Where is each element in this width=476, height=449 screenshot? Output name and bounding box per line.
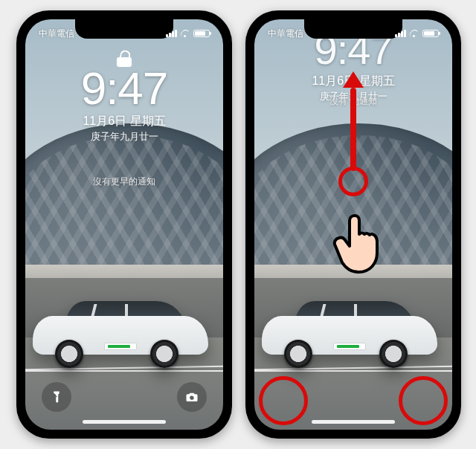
carrier-label: 中華電信 xyxy=(268,28,303,40)
wifi-icon xyxy=(180,30,190,37)
time-label: 9:47 xyxy=(25,64,223,112)
status-bar: 中華電信 xyxy=(25,25,223,42)
status-bar: 中華電信 xyxy=(254,25,452,42)
annotation-circle-missing-camera xyxy=(399,376,448,425)
battery-icon xyxy=(422,30,439,37)
flashlight-icon xyxy=(50,390,63,404)
battery-icon xyxy=(193,30,210,37)
date-label: 11月6日 星期五 xyxy=(25,114,223,129)
wallpaper-dome xyxy=(25,123,223,280)
home-indicator[interactable] xyxy=(312,420,395,424)
camera-button[interactable] xyxy=(177,382,207,412)
annotation-circle-missing-flashlight xyxy=(259,376,308,425)
cell-signal-icon xyxy=(395,30,406,37)
no-older-notifications-label: 沒有更早的通知 xyxy=(25,175,223,188)
wallpaper-pavement xyxy=(25,265,223,278)
home-indicator[interactable] xyxy=(83,420,166,424)
lock-screen[interactable]: 中華電信 9:47 11月6日 星期五 庚子年九月廿一 沒有更早的通知 xyxy=(25,19,223,430)
cell-signal-icon xyxy=(166,30,177,37)
flashlight-button[interactable] xyxy=(42,382,71,412)
camera-icon xyxy=(185,390,199,404)
alt-calendar-label: 庚子年九月廿一 xyxy=(25,130,223,143)
phone-mock-left: 中華電信 9:47 11月6日 星期五 庚子年九月廿一 沒有更早的通知 xyxy=(16,10,232,439)
carrier-label: 中華電信 xyxy=(39,28,74,40)
no-older-notifications-label: 沒有 的通知 xyxy=(254,95,452,108)
wallpaper-dome xyxy=(254,123,452,280)
phone-mock-right: 中華電信 9:47 11月6日 星期五 庚子年九月廿一 沒有 的通知 xyxy=(245,10,461,439)
lock-clock: 9:47 11月6日 星期五 庚子年九月廿一 xyxy=(25,64,223,143)
wallpaper-car xyxy=(262,283,437,371)
wifi-icon xyxy=(409,30,419,37)
lock-screen-swiping[interactable]: 中華電信 9:47 11月6日 星期五 庚子年九月廿一 沒有 的通知 xyxy=(254,19,452,430)
lock-open-icon xyxy=(117,49,132,67)
date-label: 11月6日 星期五 xyxy=(254,74,452,89)
wallpaper-car xyxy=(33,283,208,371)
wallpaper-pavement xyxy=(254,265,452,278)
